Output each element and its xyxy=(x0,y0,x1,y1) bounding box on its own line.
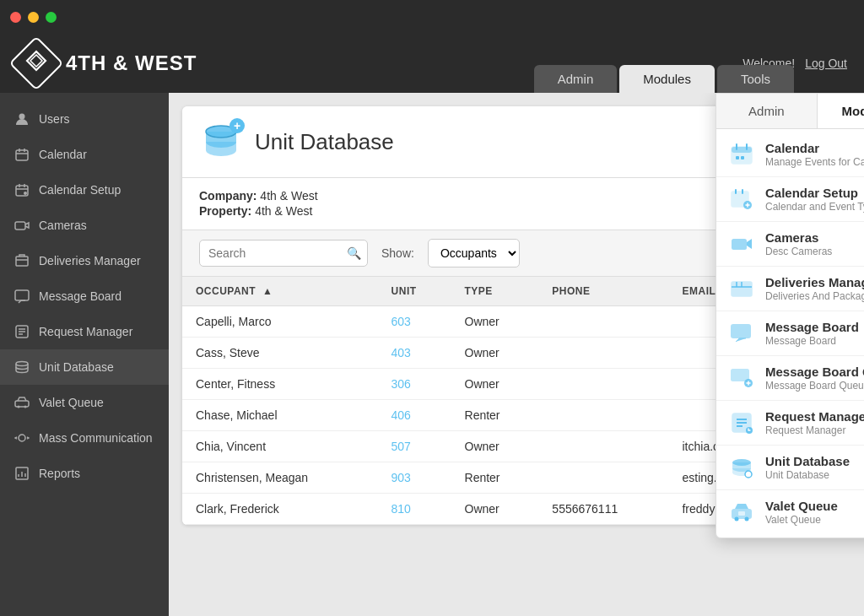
property-label: Property: xyxy=(199,204,251,218)
dropdown-item-valet-queue[interactable]: Valet Queue Valet Queue xyxy=(716,490,864,534)
tab-admin[interactable]: Admin xyxy=(534,65,618,93)
unit-link[interactable]: 306 xyxy=(378,369,451,400)
mbq-title: Message Board Queue xyxy=(765,365,864,379)
mbq-sub: Message Board Queue xyxy=(765,380,864,392)
calendar-setup-icon xyxy=(14,181,30,198)
sidebar-item-unit-database[interactable]: Unit Database xyxy=(0,349,169,385)
dropdown-request-manager-icon xyxy=(728,409,755,436)
logout-link[interactable]: Log Out xyxy=(805,57,847,70)
svg-point-52 xyxy=(745,517,749,521)
svg-rect-9 xyxy=(16,257,28,266)
modules-dropdown: Admin Modules Tools xyxy=(716,93,864,538)
company-label: Company: xyxy=(199,189,256,203)
nav-tabs: Admin Modules Tools xyxy=(534,65,796,93)
vq-title: Valet Queue xyxy=(765,499,838,513)
main-layout: Users Calendar Calendar Setup Cameras De… xyxy=(0,93,864,616)
sidebar-item-cameras[interactable]: Cameras xyxy=(0,208,169,243)
logo-icon xyxy=(8,35,63,90)
deliveries-title: Deliveries Manager xyxy=(765,275,864,289)
dropdown-item-message-board-queue[interactable]: Message Board Queue Message Board Queue xyxy=(716,356,864,401)
unit-link[interactable]: 406 xyxy=(378,400,451,431)
dropdown-item-request-manager[interactable]: Request Manager Request Manager xyxy=(716,401,864,446)
unit-link[interactable]: 507 xyxy=(378,431,451,462)
svg-rect-16 xyxy=(15,401,29,407)
dropdown-item-calendar-setup[interactable]: Calendar Setup Calendar and Event Type S… xyxy=(716,177,864,222)
ud-sub: Unit Database xyxy=(765,469,850,481)
mass-communication-icon xyxy=(14,430,30,446)
svg-rect-8 xyxy=(15,222,25,230)
svg-point-15 xyxy=(16,362,28,366)
traffic-lights xyxy=(10,12,57,23)
header: 4TH & WEST Welcome! Log Out Admin Module… xyxy=(0,34,864,93)
sidebar-item-users[interactable]: Users xyxy=(0,101,169,137)
unit-link[interactable]: 403 xyxy=(378,338,451,369)
deliveries-sub: Deliveries And Packages xyxy=(765,290,864,302)
dropdown-item-mbq-text: Message Board Queue Message Board Queue xyxy=(765,365,864,392)
db-title: Unit Database xyxy=(255,129,394,155)
message-board-title: Message Board xyxy=(765,320,859,334)
unit-link[interactable]: 903 xyxy=(378,462,451,494)
minimize-button[interactable] xyxy=(28,12,39,23)
sidebar-item-deliveries[interactable]: Deliveries Manager xyxy=(0,243,169,278)
unit-database-icon xyxy=(14,359,30,376)
dropdown-tabs: Admin Modules Tools xyxy=(716,94,864,129)
show-select[interactable]: Occupants All Owners Renters xyxy=(428,239,520,267)
maximize-button[interactable] xyxy=(46,12,57,23)
svg-point-49 xyxy=(745,471,752,478)
unit-link[interactable]: 810 xyxy=(378,494,451,525)
sidebar-item-reports[interactable]: Reports xyxy=(0,456,169,491)
logo-area: 4TH & WEST xyxy=(17,44,197,83)
svg-rect-31 xyxy=(741,156,744,159)
svg-rect-53 xyxy=(738,511,745,516)
sidebar-item-message-board[interactable]: Message Board xyxy=(0,278,169,314)
close-button[interactable] xyxy=(10,12,21,23)
sidebar-item-calendar[interactable]: Calendar xyxy=(0,137,169,172)
dropdown-item-message-board-text: Message Board Message Board xyxy=(765,320,859,347)
sidebar-item-calendar-setup[interactable]: Calendar Setup xyxy=(0,172,169,208)
sidebar-item-mass-communication[interactable]: Mass Communication xyxy=(0,420,169,456)
sidebar-label-users: Users xyxy=(39,112,70,126)
sidebar-item-request-manager[interactable]: Request Manager xyxy=(0,314,169,349)
svg-rect-40 xyxy=(731,324,751,338)
occupant-name: Chase, Michael xyxy=(182,400,378,431)
dropdown-item-deliveries[interactable]: Deliveries Manager Deliveries And Packag… xyxy=(716,267,864,311)
phone xyxy=(538,306,668,338)
svg-point-18 xyxy=(24,406,27,408)
col-occupant[interactable]: OCCUPANT ▲ xyxy=(182,277,378,306)
tab-modules[interactable]: Modules xyxy=(619,65,715,93)
dropdown-unit-db-icon xyxy=(728,454,755,481)
calendar-setup-title: Calendar Setup xyxy=(765,186,864,200)
search-input[interactable] xyxy=(199,240,368,267)
occupant-name: Cass, Steve xyxy=(182,338,378,369)
dropdown-tab-admin[interactable]: Admin xyxy=(716,94,818,128)
dropdown-item-calendar[interactable]: Calendar Manage Events for Calendars xyxy=(716,132,864,177)
property-value: 4th & West xyxy=(255,204,312,218)
sidebar-item-valet-queue[interactable]: Valet Queue xyxy=(0,385,169,420)
message-board-sub: Message Board xyxy=(765,335,859,347)
dropdown-tab-modules[interactable]: Modules xyxy=(818,94,864,128)
dropdown-cameras-icon xyxy=(728,230,755,257)
dropdown-message-board-queue-icon xyxy=(728,365,755,392)
type: Renter xyxy=(451,462,539,494)
sidebar-label-reports: Reports xyxy=(39,467,80,480)
dropdown-item-cameras[interactable]: Cameras Desc Cameras xyxy=(716,222,864,267)
rm-sub: Request Manager xyxy=(765,424,864,436)
logo-symbol xyxy=(25,50,47,77)
sidebar-label-deliveries: Deliveries Manager xyxy=(39,254,141,267)
add-unit-button[interactable]: + xyxy=(230,118,245,133)
dropdown-item-rm-text: Request Manager Request Manager xyxy=(765,409,864,436)
phone: 5556676111 xyxy=(538,494,668,525)
occupant-name: Chia, Vincent xyxy=(182,431,378,462)
app-title: 4TH & WEST xyxy=(66,51,197,75)
tab-tools[interactable]: Tools xyxy=(717,65,794,93)
svg-point-19 xyxy=(19,435,25,441)
dropdown-item-unit-database[interactable]: Unit Database Unit Database xyxy=(716,446,864,490)
deliveries-icon xyxy=(14,252,30,269)
type: Owner xyxy=(451,494,539,525)
cameras-icon xyxy=(14,217,30,234)
dropdown-item-message-board[interactable]: Message Board Message Board xyxy=(716,311,864,356)
dropdown-valet-icon xyxy=(728,499,755,526)
dropdown-item-calendar-setup-text: Calendar Setup Calendar and Event Type S… xyxy=(765,186,864,213)
occupant-name: Center, Fitness xyxy=(182,369,378,400)
unit-link[interactable]: 603 xyxy=(378,306,451,338)
